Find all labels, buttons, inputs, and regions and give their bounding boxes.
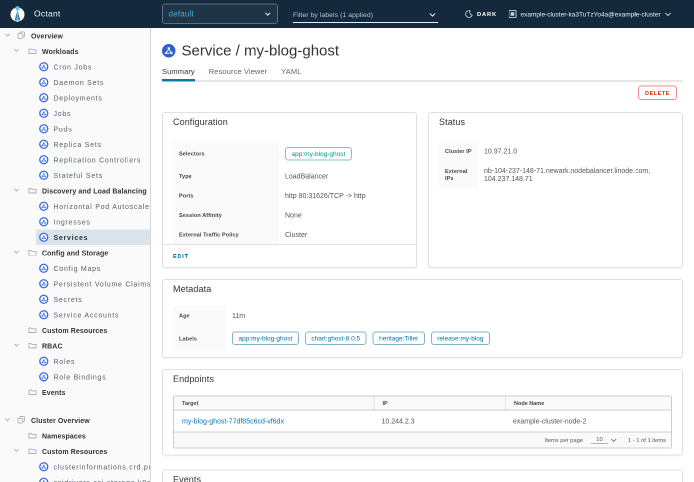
octant-logo[interactable] <box>8 5 27 24</box>
sidebar-item-discovery-and-load-balancing[interactable]: Discovery and Load Balancing <box>0 183 150 199</box>
sidebar-item-label: Pods <box>54 125 73 133</box>
metadata-table: Age11mLabelsapp:my-blog-ghostchart:ghost… <box>173 306 672 352</box>
sidebar-item-secrets[interactable]: Secrets <box>0 292 150 308</box>
chevron-down-icon <box>265 12 272 16</box>
card-actions: EDIT <box>163 244 416 261</box>
objects-icon <box>17 415 27 425</box>
sidebar-item-replica-sets[interactable]: Replica Sets <box>0 137 150 153</box>
sidebar-item-label: clusterinformations.crd.projec <box>54 463 152 471</box>
sidebar-item-jobs[interactable]: Jobs <box>0 106 150 122</box>
resource-icon <box>39 171 49 181</box>
label-tag[interactable]: app:my-blog-ghost <box>232 332 299 346</box>
label-tag[interactable]: heritage:Tiller <box>373 332 425 346</box>
label-filter-input[interactable]: Filter by labels (1 applied) <box>293 7 438 23</box>
sidebar-item-label: Config Maps <box>54 264 102 272</box>
resource-icon <box>39 372 49 382</box>
summary-value: http 80:31626/TCP -> http <box>279 186 406 206</box>
label-tag[interactable]: app:my-blog-ghost <box>285 147 352 161</box>
sidebar-item-namespaces[interactable]: Namespaces <box>0 428 150 444</box>
tab-resource-viewer[interactable]: Resource Viewer <box>209 67 267 81</box>
sidebar-item-label: Workloads <box>42 47 79 55</box>
summary-value: Cluster <box>279 225 406 245</box>
theme-toggle-button[interactable]: DARK <box>465 0 497 28</box>
sidebar-item-deployments[interactable]: Deployments <box>0 90 150 106</box>
service-icon <box>162 44 176 58</box>
table-row: my-blog-ghost-77df85c6cd-vf6dx10.244.2.3… <box>174 411 671 432</box>
sidebar-item-events[interactable]: Events <box>0 385 150 401</box>
summary-value: app:my-blog-ghost <box>279 141 406 166</box>
chevron-down-icon[interactable] <box>4 416 13 425</box>
sidebar-group-gap <box>0 400 150 413</box>
sidebar-item-config-maps[interactable]: Config Maps <box>0 261 150 277</box>
chevron-down-icon[interactable] <box>13 248 22 257</box>
sidebar-item-overview[interactable]: Overview <box>0 28 150 44</box>
folder-icon <box>28 341 38 351</box>
sidebar-item-cluster-overview[interactable]: Cluster Overview <box>0 413 150 429</box>
cluster-selector[interactable]: example-cluster-ka3TuTzYo4a@example-clus… <box>508 0 672 28</box>
sidebar-item-rbac[interactable]: RBAC <box>0 338 150 354</box>
page-size-select[interactable]: 10 <box>591 436 617 444</box>
sidebar-item-custom-resources[interactable]: Custom Resources <box>0 323 150 339</box>
sidebar-item-label: Deployments <box>54 94 103 102</box>
summary-key: External Traffic Policy <box>173 225 279 245</box>
card-row: Metadata Age11mLabelsapp:my-blog-ghostch… <box>162 279 683 358</box>
card-title: Status <box>439 117 672 128</box>
sidebar-item-cron-jobs[interactable]: Cron Jobs <box>0 59 150 75</box>
sidebar-item-pods[interactable]: Pods <box>0 121 150 137</box>
endpoint-target-link[interactable]: my-blog-ghost-77df85c6cd-vf6dx <box>182 417 284 425</box>
edit-link[interactable]: EDIT <box>173 253 189 259</box>
summary-row: External Traffic PolicyCluster <box>173 225 406 245</box>
sidebar-item-persistent-volume-claims[interactable]: Persistent Volume Claims <box>0 276 150 292</box>
resource-icon <box>39 295 49 305</box>
tab-yaml[interactable]: YAML <box>281 67 301 81</box>
column-header-target[interactable]: Target <box>174 397 374 410</box>
resource-icon <box>39 478 49 482</box>
card-row: Endpoints TargetIPNode Name my-blog-ghos… <box>162 369 683 456</box>
summary-key: Selectors <box>173 141 279 166</box>
summary-key: External IPs <box>439 161 478 189</box>
label-filter-text: Filter by labels (1 applied) <box>293 11 429 19</box>
sidebar-item-label: Persistent Volume Claims <box>54 280 152 288</box>
chevron-down-icon[interactable] <box>13 186 22 195</box>
sidebar-item-service-accounts[interactable]: Service Accounts <box>0 307 150 323</box>
page-title: Service / my-blog-ghost <box>182 42 340 59</box>
column-header-ip[interactable]: IP <box>374 397 506 410</box>
sidebar-item-label: Discovery and Load Balancing <box>42 187 147 195</box>
namespace-value: default <box>169 9 265 18</box>
sidebar-item-stateful-sets[interactable]: Stateful Sets <box>0 168 150 184</box>
sidebar-item-csidrivers-csi-storage-k8s-io[interactable]: csidrivers.csi.storage.k8s.io <box>0 475 150 482</box>
main-content: Service / my-blog-ghost SummaryResource … <box>151 28 694 482</box>
folder-icon <box>28 446 38 456</box>
sidebar-item-horizontal-pod-autoscalers[interactable]: Horizontal Pod Autoscalers <box>0 199 150 215</box>
summary-row: Portshttp 80:31626/TCP -> http <box>173 186 406 206</box>
tab-summary[interactable]: Summary <box>162 67 195 81</box>
sidebar-item-role-bindings[interactable]: Role Bindings <box>0 369 150 385</box>
sidebar-item-roles[interactable]: Roles <box>0 354 150 370</box>
chevron-down-icon[interactable] <box>13 447 22 456</box>
status-card: Status Cluster IP10.97.21.0External IPsn… <box>428 112 683 268</box>
label-tag[interactable]: release:my-blog <box>431 332 490 346</box>
delete-button[interactable]: DELETE <box>638 86 677 101</box>
namespace-select[interactable]: default <box>162 4 278 25</box>
sidebar-item-clusterinformations-crd-projec[interactable]: clusterinformations.crd.projec <box>0 459 150 475</box>
sidebar-item-label: Roles <box>54 357 76 365</box>
sidebar-item-config-and-storage[interactable]: Config and Storage <box>0 245 150 261</box>
label-tag[interactable]: chart:ghost-8.0.5 <box>305 332 367 346</box>
sidebar-item-services[interactable]: Services <box>0 230 150 246</box>
sidebar-item-label: RBAC <box>42 342 63 350</box>
card-row: Events <box>162 470 683 482</box>
page-size-value: 10 <box>591 436 608 444</box>
column-header-node-name[interactable]: Node Name <box>505 397 671 410</box>
sidebar-item-daemon-sets[interactable]: Daemon Sets <box>0 75 150 91</box>
resource-icon <box>39 155 49 165</box>
sidebar-item-ingresses[interactable]: Ingresses <box>0 214 150 230</box>
sidebar-item-label: Stateful Sets <box>54 171 103 179</box>
chevron-down-icon[interactable] <box>13 47 22 56</box>
sidebar-item-replication-controllers[interactable]: Replication Controllers <box>0 152 150 168</box>
chevron-down-icon <box>610 438 617 443</box>
sidebar-item-workloads[interactable]: Workloads <box>0 44 150 60</box>
sidebar-item-custom-resources[interactable]: Custom Resources <box>0 444 150 460</box>
chevron-down-icon[interactable] <box>4 31 13 40</box>
chevron-down-icon[interactable] <box>13 341 22 350</box>
summary-value: None <box>279 205 406 225</box>
